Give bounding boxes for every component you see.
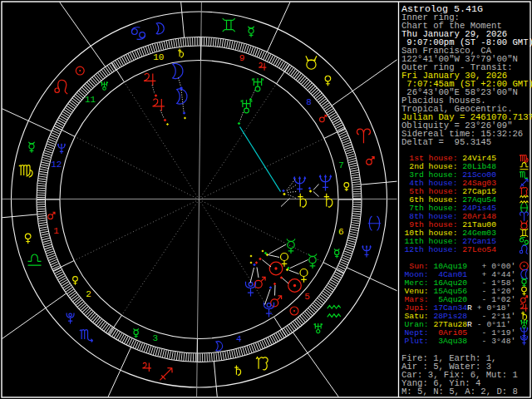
svg-text:8: 8: [306, 97, 312, 107]
svg-text:3: 3: [153, 333, 159, 343]
svg-text:12: 12: [51, 160, 62, 170]
svg-text:6: 6: [338, 227, 344, 237]
svg-text:1: 1: [53, 226, 59, 236]
svg-text:5: 5: [304, 292, 310, 302]
svg-text:9: 9: [239, 53, 245, 63]
svg-text:4: 4: [236, 334, 242, 344]
svg-text:10: 10: [153, 52, 164, 62]
svg-text:7: 7: [338, 160, 344, 170]
svg-text:11: 11: [85, 95, 96, 105]
svg-text:2: 2: [86, 289, 91, 299]
